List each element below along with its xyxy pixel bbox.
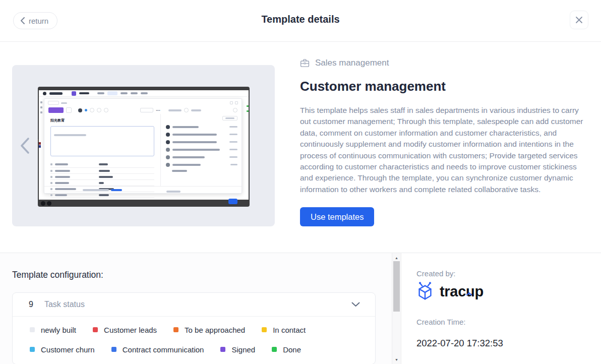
close-button[interactable] [570, 11, 588, 29]
status-item: In contact [262, 324, 306, 335]
status-label: Done [283, 345, 301, 354]
tracup-cube-icon [415, 281, 435, 301]
configuration-heading: Template configuration: [12, 270, 103, 280]
status-label: Signed [231, 345, 255, 354]
use-templates-button[interactable]: Use templates [300, 207, 374, 226]
brand-name: tracup [440, 283, 484, 300]
created-by-label: Created by: [416, 269, 456, 278]
status-item: Contract communication [111, 344, 204, 355]
status-item: Customer churn [30, 344, 95, 355]
scrollbar-thumb[interactable] [393, 261, 400, 312]
status-color-swatch [93, 327, 98, 332]
status-label: To be approached [185, 326, 245, 334]
template-description: This template helps sales staff in sales… [300, 105, 591, 195]
task-status-panel: 9 Task status newly built Customer leads… [12, 292, 376, 364]
creation-time-value: 2022-07-20 17:32:53 [416, 338, 503, 349]
creator-logo: tracup [415, 281, 484, 301]
status-item: To be approached [173, 324, 245, 335]
status-color-swatch [173, 327, 178, 332]
status-color-swatch [30, 347, 35, 352]
briefcase-icon [300, 58, 310, 68]
task-status-panel-header[interactable]: 9 Task status [13, 293, 375, 317]
status-label: newly built [41, 326, 76, 334]
template-title: Customer management [300, 79, 591, 94]
creation-time-label: Creation Time: [416, 318, 466, 326]
status-group-label: Task status [44, 300, 85, 309]
modal-header: return Template details [0, 0, 601, 42]
status-count: 9 [29, 300, 33, 309]
template-category: Sales management [300, 58, 591, 68]
status-item: newly built [30, 324, 76, 335]
status-list: newly built Customer leads To be approac… [13, 317, 375, 364]
preview-task-title: 阳光教育 [50, 118, 154, 123]
category-label: Sales management [315, 58, 389, 68]
status-color-swatch [272, 347, 277, 352]
page-title: Template details [0, 14, 601, 25]
template-preview-card: ••• 阳光教育 [12, 65, 275, 226]
status-item: Signed [220, 344, 255, 355]
template-preview-image: ••• 阳光教育 [38, 87, 250, 207]
carousel-prev-button[interactable] [19, 137, 31, 155]
configuration-section: Template configuration: 9 Task status ne… [0, 253, 392, 364]
close-icon [575, 16, 583, 24]
status-color-swatch [220, 347, 225, 352]
meta-section: Created by: tracup Creation Time: 2022-0… [402, 253, 601, 364]
scrollbar-down-arrow[interactable]: ▼ [392, 356, 401, 363]
status-label: Customer leads [104, 326, 157, 334]
status-label: Customer churn [41, 345, 95, 354]
status-color-swatch [262, 327, 267, 332]
brand-u-accent [466, 282, 472, 299]
template-details: Sales management Customer management Thi… [300, 58, 591, 226]
status-label: Contract communication [123, 345, 204, 354]
chevron-down-icon [351, 302, 360, 307]
scrollbar[interactable]: ▲ ▼ [392, 253, 401, 364]
status-label: In contact [273, 326, 306, 334]
status-color-swatch [30, 327, 35, 332]
status-item: Done [272, 344, 301, 355]
status-item: Customer leads [93, 324, 157, 335]
scrollbar-up-arrow[interactable]: ▲ [392, 254, 401, 261]
status-color-swatch [111, 347, 116, 352]
